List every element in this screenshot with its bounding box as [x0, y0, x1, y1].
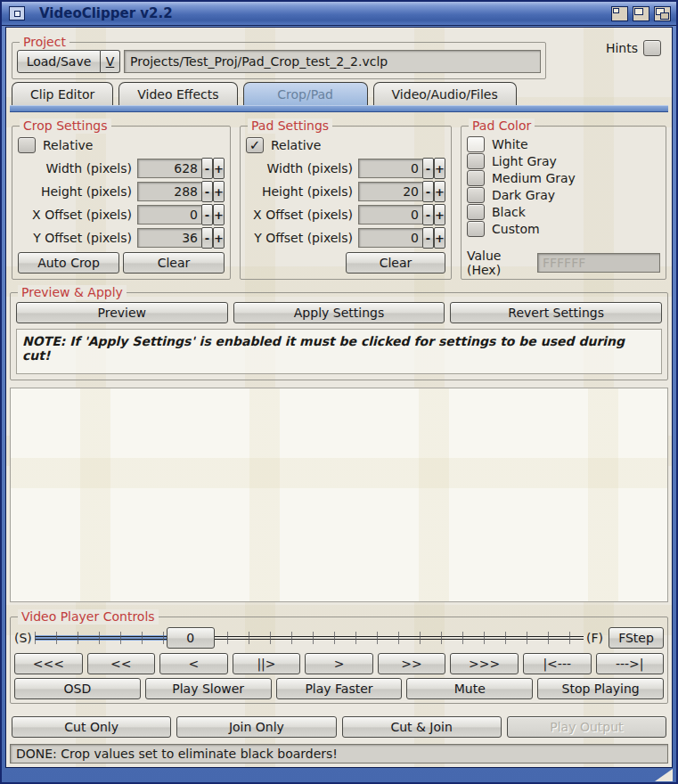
crop-clear-button[interactable]: Clear: [123, 252, 225, 274]
step-forward-button[interactable]: >: [305, 653, 373, 674]
video-player-controls-group: Video Player Controls (S) 0 (F) FStep <<…: [10, 617, 668, 704]
auto-crop-button[interactable]: Auto Crop: [18, 252, 119, 274]
tab-clip-editor[interactable]: Clip Editor: [12, 82, 113, 105]
zoom-window-icon[interactable]: [633, 6, 649, 21]
hints-control: Hints: [606, 40, 661, 56]
mute-button[interactable]: Mute: [406, 678, 533, 699]
revert-settings-button[interactable]: Revert Settings: [450, 302, 662, 323]
rewind-fast-button[interactable]: <<<: [14, 653, 83, 674]
apply-settings-button[interactable]: Apply Settings: [233, 302, 445, 323]
hex-value-label: Value (Hex): [467, 249, 532, 277]
tab-crop-pad[interactable]: Crop/Pad: [243, 82, 368, 105]
crop-xoffset-field[interactable]: 0: [137, 205, 201, 225]
iconify-window-icon[interactable]: [611, 6, 628, 21]
pad-color-label: Pad Color: [469, 118, 535, 134]
forward-button[interactable]: >>: [378, 653, 446, 674]
pad-xoffset-increment-button[interactable]: +: [434, 204, 445, 225]
play-faster-button[interactable]: Play Faster: [276, 678, 403, 699]
pad-width-increment-button[interactable]: +: [434, 158, 445, 179]
video-player-controls-label: Video Player Controls: [18, 609, 159, 625]
load-save-dropdown-button[interactable]: V: [101, 50, 120, 73]
forward-fast-button[interactable]: >>>: [450, 653, 519, 674]
crop-yoffset-label: Y Offset (pixels): [18, 231, 137, 245]
join-only-button[interactable]: Join Only: [176, 716, 336, 738]
close-window-inner-icon: [14, 11, 20, 17]
crop-yoffset-increment-button[interactable]: +: [213, 227, 225, 249]
pad-height-decrement-button[interactable]: -: [422, 181, 434, 202]
pad-color-option-medium-gray: Medium Gray: [467, 169, 660, 186]
cut-only-button[interactable]: Cut Only: [12, 716, 171, 738]
pad-buttons-row: Clear: [246, 252, 445, 274]
fstep-button[interactable]: FStep: [609, 627, 664, 649]
play-slower-button[interactable]: Play Slower: [145, 678, 272, 699]
white-checkbox[interactable]: [467, 136, 485, 152]
pad-height-field[interactable]: 20: [358, 182, 422, 201]
depth-window-icon[interactable]: [654, 6, 671, 21]
medium-gray-checkbox[interactable]: [467, 170, 485, 186]
goto-end-button[interactable]: --->|: [596, 653, 665, 674]
light-gray-checkbox[interactable]: [467, 153, 485, 169]
crop-height-field[interactable]: 288: [137, 182, 201, 201]
custom-checkbox[interactable]: [467, 221, 485, 237]
crop-yoffset-decrement-button[interactable]: -: [201, 227, 213, 249]
slider-end-label: (F): [586, 631, 603, 645]
active-tab-band: [10, 105, 668, 112]
iconify-glyph: [613, 8, 619, 13]
rewind-button[interactable]: <<: [87, 653, 156, 674]
seek-slider-handle[interactable]: 0: [167, 627, 215, 649]
crop-yoffset-field[interactable]: 36: [137, 228, 201, 248]
crop-buttons-row: Auto Crop Clear: [18, 252, 225, 274]
stop-playing-button[interactable]: Stop Playing: [537, 678, 664, 699]
crop-xoffset-decrement-button[interactable]: -: [201, 204, 213, 225]
step-back-button[interactable]: <: [159, 653, 228, 674]
crop-width-row: Width (pixels) 628 - +: [18, 157, 225, 180]
crop-width-field[interactable]: 628: [137, 159, 201, 178]
crop-width-decrement-button[interactable]: -: [201, 158, 213, 179]
osd-button[interactable]: OSD: [14, 678, 141, 699]
goto-start-button[interactable]: |<---: [523, 653, 592, 674]
crop-relative-checkbox[interactable]: [18, 137, 36, 153]
tab-video-audio-files[interactable]: Video/Audio/Files: [373, 82, 517, 105]
pad-width-decrement-button[interactable]: -: [422, 158, 434, 179]
pad-yoffset-row: Y Offset (pixels) 0 - +: [246, 226, 445, 249]
pad-xoffset-field[interactable]: 0: [358, 205, 422, 225]
white-label: White: [492, 137, 528, 151]
play-pause-button[interactable]: ||>: [233, 653, 301, 674]
crop-width-increment-button[interactable]: +: [213, 158, 225, 179]
window-gadgets: [611, 6, 671, 21]
pad-clear-button[interactable]: Clear: [346, 252, 445, 274]
window-content: Project Load/Save V Projects/Test_Proj/P…: [5, 27, 673, 768]
pad-relative-checkbox[interactable]: ✓: [246, 137, 264, 153]
pad-width-field[interactable]: 0: [358, 159, 422, 178]
seek-slider-track[interactable]: 0: [35, 627, 584, 649]
dark-gray-checkbox[interactable]: [467, 187, 485, 203]
pad-color-option-light-gray: Light Gray: [467, 152, 660, 169]
crop-height-increment-button[interactable]: +: [213, 181, 225, 202]
preview-buttons-row: Preview Apply Settings Revert Settings: [16, 302, 662, 323]
pad-height-increment-button[interactable]: +: [434, 181, 445, 202]
pad-color-option-white: White: [467, 135, 660, 152]
pad-width-row: Width (pixels) 0 - +: [246, 157, 445, 180]
pad-yoffset-increment-button[interactable]: +: [434, 227, 445, 249]
hex-value-row: Value (Hex) FFFFFF: [467, 252, 660, 274]
resize-handle-icon[interactable]: [655, 769, 673, 781]
close-window-icon[interactable]: [9, 6, 25, 20]
cut-and-join-button[interactable]: Cut & Join: [342, 716, 502, 738]
crop-height-decrement-button[interactable]: -: [201, 181, 213, 202]
hex-value-field[interactable]: FFFFFF: [537, 253, 660, 273]
crop-xoffset-label: X Offset (pixels): [18, 208, 137, 222]
tab-video-effects[interactable]: Video Effects: [118, 82, 237, 105]
project-path-field[interactable]: Projects/Test_Proj/Pad_Crop_test_2_2.vcl…: [124, 50, 541, 73]
pad-yoffset-field[interactable]: 0: [358, 228, 422, 248]
preview-button[interactable]: Preview: [16, 302, 228, 323]
crop-yoffset-row: Y Offset (pixels) 36 - +: [18, 226, 225, 249]
black-checkbox[interactable]: [467, 204, 485, 220]
project-row: Project Load/Save V Projects/Test_Proj/P…: [10, 35, 668, 81]
pad-xoffset-decrement-button[interactable]: -: [422, 204, 434, 225]
tab-bar: Clip Editor Video Effects Crop/Pad Video…: [10, 81, 668, 105]
hints-checkbox[interactable]: [643, 40, 661, 56]
load-save-button[interactable]: Load/Save: [17, 50, 101, 73]
pad-yoffset-decrement-button[interactable]: -: [422, 227, 434, 249]
action-buttons-row: Cut Only Join Only Cut & Join Play Outpu…: [10, 716, 668, 738]
crop-xoffset-increment-button[interactable]: +: [213, 204, 225, 225]
